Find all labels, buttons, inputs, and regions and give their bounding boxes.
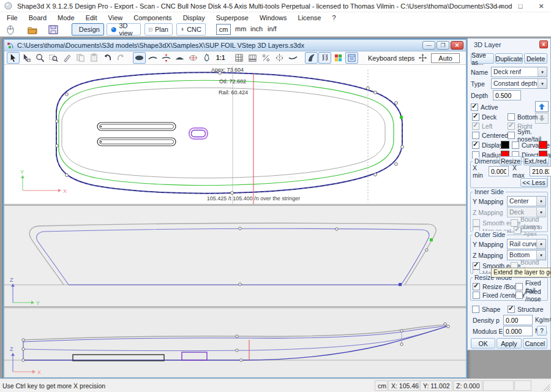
curvature-display-button[interactable] (260, 52, 272, 64)
document-titlebar[interactable]: C:\Users\thoma\Documents\S3d models\Shap… (4, 40, 466, 51)
depth-input[interactable] (493, 90, 521, 100)
scale-1to1-button[interactable]: 1:1 (214, 55, 227, 61)
plug-box-side[interactable] (182, 352, 207, 360)
menu-edit[interactable]: Edit (80, 14, 103, 21)
cnc-mode-button[interactable]: CNC (176, 23, 206, 36)
window-close-button[interactable]: ✕ (535, 1, 547, 11)
x-max-input[interactable] (530, 166, 551, 176)
sym-nose-tail-checkbox[interactable] (508, 132, 515, 139)
delete-button[interactable]: Delete (524, 53, 547, 64)
profile-view-canvas[interactable]: Z X (4, 308, 466, 377)
active-checkbox[interactable] (471, 104, 478, 111)
select-arrow-tool[interactable] (7, 52, 20, 64)
inner-limit-apex-checkbox[interactable] (514, 227, 521, 234)
fixed-center-y-checkbox[interactable] (473, 292, 480, 299)
resize-grip[interactable] (543, 384, 550, 391)
mouse-tool-icon[interactable] (5, 24, 16, 35)
left-checkbox[interactable] (472, 123, 479, 130)
less-button[interactable]: << Less (520, 178, 547, 187)
ok-button[interactable]: OK (471, 338, 495, 349)
copy-tool[interactable] (74, 52, 87, 64)
slice-control-points[interactable] (239, 227, 433, 286)
outer-y-mapping-dropdown[interactable]: Rail curve▼ (507, 239, 546, 249)
slice-view-button[interactable] (187, 52, 200, 64)
plan-view-panel[interactable]: Apex: 73.604 Otl: 72.602 Rail: 60.424 10… (4, 66, 466, 204)
deck-checkbox[interactable] (472, 113, 479, 121)
guidelines-button[interactable] (246, 52, 259, 64)
curvature-color-swatch[interactable] (539, 141, 547, 149)
centered-x-checkbox[interactable] (472, 132, 479, 139)
centerline-button[interactable] (273, 52, 286, 64)
profile-view-panel[interactable]: Z X (4, 308, 466, 377)
select-box-tool[interactable] (20, 52, 33, 64)
deck-view-button[interactable] (173, 52, 186, 64)
thickness-view-button[interactable] (160, 52, 173, 64)
fin-boxes-button[interactable] (305, 52, 318, 64)
grid-toggle-button[interactable] (233, 52, 246, 64)
apply-button[interactable]: Apply (497, 338, 521, 349)
x-min-input[interactable] (489, 166, 509, 176)
fixed-nose-checkbox[interactable] (515, 292, 523, 299)
menu-mode[interactable]: Mode (52, 14, 80, 21)
bottom-checkbox[interactable] (508, 113, 515, 121)
rocker-view-button[interactable] (146, 52, 159, 64)
menu-superpose[interactable]: Superpose (211, 14, 254, 21)
window-minimize-button[interactable]: — (493, 1, 506, 11)
plan-view-canvas[interactable]: Apex: 73.604 Otl: 72.602 Rail: 60.424 10… (4, 66, 466, 204)
dropdown-arrow-icon[interactable]: ▼ (538, 67, 547, 77)
profile-control-points[interactable] (22, 323, 449, 361)
unit-cm-selected[interactable]: cm (216, 24, 231, 35)
menu-license[interactable]: License (293, 14, 327, 21)
menu-file[interactable]: File (1, 14, 23, 21)
plan-mode-button[interactable]: Plan (144, 23, 173, 36)
dropdown-arrow-icon[interactable]: ▼ (538, 79, 547, 88)
dropdown-arrow-icon[interactable]: ▼ (536, 239, 545, 249)
fin-boxes[interactable] (97, 123, 176, 146)
menu-display[interactable]: Display (178, 14, 211, 21)
density-input[interactable] (503, 315, 533, 325)
slice-view-panel[interactable]: Z Y (4, 206, 466, 306)
right-checkbox[interactable] (508, 123, 515, 130)
modulus-input[interactable] (503, 326, 533, 336)
flow-curve-button[interactable] (287, 52, 299, 64)
zoom-tool[interactable] (34, 52, 47, 64)
unit-inch[interactable]: inch (250, 25, 263, 32)
save-icon[interactable] (48, 24, 59, 35)
layer-name-dropdown[interactable]: Deck renf ▼ (491, 67, 547, 77)
unit-mm[interactable]: mm (235, 25, 246, 32)
shape-checkbox[interactable] (472, 306, 479, 313)
inner-y-mapping-dropdown[interactable]: Center▼ (507, 196, 546, 206)
open-file-icon[interactable] (27, 24, 38, 35)
structure-checkbox[interactable] (508, 306, 515, 313)
document-restore-button[interactable]: ❐ (437, 41, 449, 50)
duplicate-button[interactable]: Duplicate (495, 53, 523, 64)
auto-button[interactable]: Auto (431, 53, 460, 63)
s-curvature-button[interactable] (318, 52, 331, 64)
3d-shape-view-button[interactable] (200, 52, 213, 64)
menu-windows[interactable]: Windows (254, 14, 293, 21)
menu-help[interactable]: ? (326, 14, 341, 21)
menu-components[interactable]: Components (128, 14, 177, 21)
document-minimize-button[interactable]: — (422, 41, 435, 50)
keyboard-steps-icon[interactable] (419, 54, 427, 62)
dropdown-arrow-icon[interactable]: ▼ (536, 197, 545, 206)
window-maximize-button[interactable]: □ (514, 1, 527, 11)
plug-box[interactable] (189, 128, 208, 139)
curvature-checkbox[interactable] (512, 141, 519, 149)
cancel-button[interactable]: Cancel (523, 338, 547, 349)
color-layers-button[interactable] (332, 52, 345, 64)
layer-move-up-button[interactable] (535, 101, 549, 112)
unit-inf[interactable]: in/f (268, 25, 277, 32)
slice-view-canvas[interactable]: Z Y (4, 206, 466, 306)
menu-board[interactable]: Board (23, 14, 52, 21)
zoom-area-tool[interactable] (47, 52, 60, 64)
redo-button[interactable] (114, 52, 127, 64)
measure-tool[interactable] (61, 52, 73, 64)
fixed-tail-checkbox[interactable] (515, 283, 523, 290)
help-button[interactable]: ? (537, 326, 547, 336)
document-close-button[interactable]: ✕ (451, 41, 463, 50)
3d-view-mode-button[interactable]: 3D view (107, 23, 141, 36)
layer-panel-close-button[interactable]: x (539, 40, 548, 48)
menu-view[interactable]: View (103, 14, 129, 21)
design-mode-button[interactable]: Design (72, 23, 104, 36)
